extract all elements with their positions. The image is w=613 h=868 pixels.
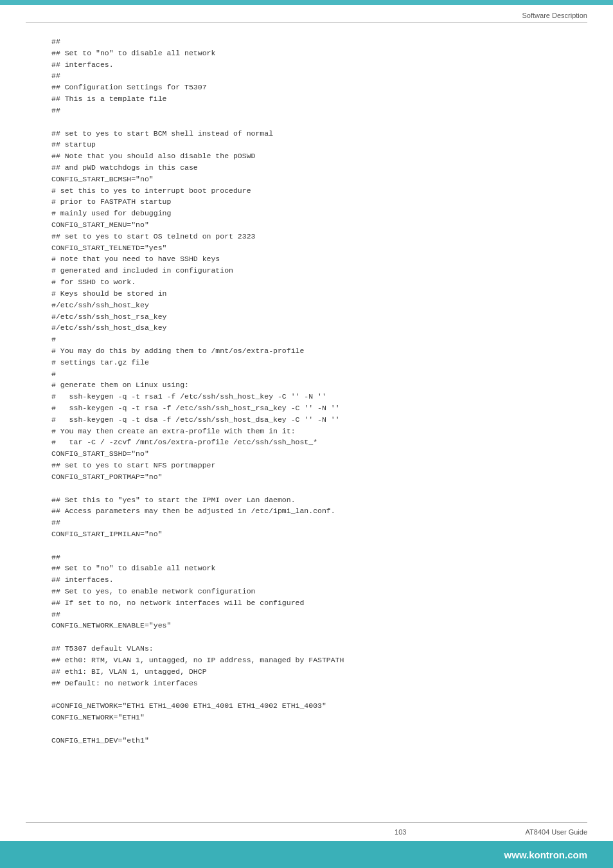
code-block: ## ## Set to "no" to disable all network…	[51, 36, 562, 746]
header-area: Software Description	[0, 5, 613, 23]
website-url: www.kontron.com	[504, 849, 587, 860]
bottom-bar: www.kontron.com	[0, 841, 613, 868]
header-title: Software Description	[522, 12, 588, 19]
page-number: 103	[276, 828, 526, 836]
main-content: ## ## Set to "no" to disable all network…	[0, 23, 613, 822]
top-bar	[0, 0, 613, 5]
doc-title: AT8404 User Guide	[526, 828, 587, 836]
page-container: Software Description ## ## Set to "no" t…	[0, 0, 613, 868]
footer-area: 103 AT8404 User Guide	[0, 823, 613, 841]
